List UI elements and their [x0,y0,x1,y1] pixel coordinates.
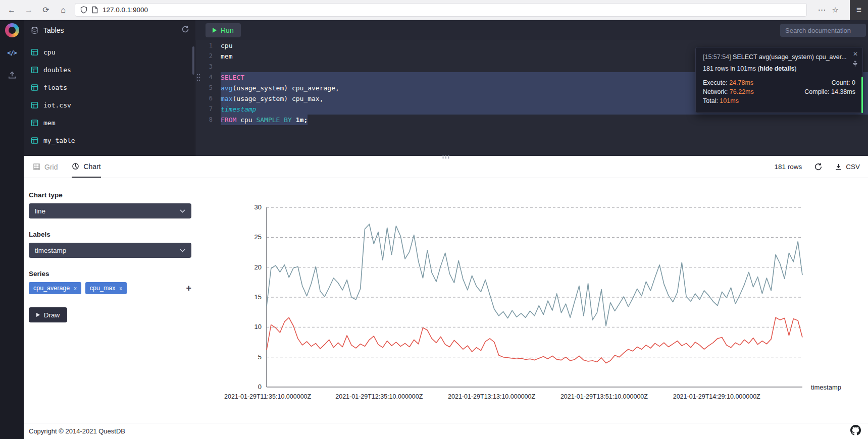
footer: Copyright © 2014-2021 QuestDB [24,423,868,439]
series-chip-cpu_max[interactable]: cpu_maxx [85,282,127,294]
svg-text:2021-01-29T13:51:10.000000Z: 2021-01-29T13:51:10.000000Z [560,393,648,400]
results-refresh-button[interactable] [814,162,823,171]
labels-select[interactable]: timestamp [29,243,191,258]
series-label: Series [29,270,195,278]
csv-label: CSV [846,163,860,171]
table-item-cpu[interactable]: cpu [24,43,195,61]
svg-text:2021-01-29T12:35:10.000000Z: 2021-01-29T12:35:10.000000Z [335,393,423,400]
svg-text:20: 20 [254,263,262,271]
address-bar[interactable]: 127.0.0.1:9000 [75,3,807,17]
chrome-actions: ⋯ ☆ [813,5,844,15]
table-item-mem[interactable]: mem [24,114,195,132]
table-name: iot.csv [43,101,71,109]
search-documentation-input[interactable] [780,24,866,37]
tables-panel-header: Tables [24,20,195,40]
table-name: cpu [43,48,55,56]
tables-refresh-button[interactable] [181,25,189,35]
execute-value: 24.78ms [729,79,753,86]
execute-label: Execute: [703,79,729,86]
row-count: 181 rows [774,163,802,171]
questdb-logo[interactable] [5,23,19,37]
run-button[interactable]: Run [206,23,241,37]
labels-label: Labels [29,231,195,238]
refresh-icon [814,162,823,171]
tab-grid[interactable]: Grid [33,156,58,178]
table-item-my_table[interactable]: my_table [24,132,195,149]
download-icon [835,163,842,171]
forward-button[interactable]: → [23,6,34,15]
side-rail: </> [0,20,24,439]
browser-menu-button[interactable]: ≡ [850,0,868,20]
total-value: 101ms [720,97,739,104]
line-number: 6 [195,93,213,104]
table-icon [31,48,38,56]
hide-details-link[interactable]: hide details [760,65,795,72]
sql-editor-nav-icon[interactable]: </> [7,49,17,57]
tables-scrollbar[interactable] [192,46,194,75]
page-actions-icon[interactable]: ⋯ [818,5,826,15]
table-name: floats [43,84,67,91]
tab-chart-label: Chart [83,162,100,171]
play-icon [36,313,40,317]
home-button[interactable]: ⌂ [58,6,69,15]
draw-button[interactable]: Draw [29,307,67,322]
close-icon[interactable]: ✕ [853,50,858,58]
notification-time: [15:57:54] [703,53,731,61]
draw-button-label: Draw [44,311,60,319]
questdb-console: </> Tables Run [0,20,868,439]
pin-icon[interactable] [852,61,858,69]
svg-text:0: 0 [258,383,262,391]
table-item-doubles[interactable]: doubles [24,61,195,79]
back-button[interactable]: ← [6,6,17,15]
database-icon [31,26,38,34]
chart-config-panel: Chart type line Labels timestamp Series … [24,178,195,423]
line-number: 7 [195,104,213,115]
series-chip-cpu_average[interactable]: cpu_averagex [29,282,81,294]
table-item-floats[interactable]: floats [24,79,195,96]
notification-query: [15:57:54] SELECT avg(usage_system) cpu_… [703,53,855,61]
reload-button[interactable]: ⟳ [40,5,52,15]
svg-text:5: 5 [258,353,262,361]
chart-type-select[interactable]: line [29,203,191,218]
table-name: my_table [43,137,75,144]
svg-text:2021-01-29T13:13:10.000000Z: 2021-01-29T13:13:10.000000Z [448,393,535,400]
grid-icon [33,163,40,171]
tables-panel-title: Tables [43,26,64,34]
svg-text:15: 15 [254,293,262,301]
copyright-text: Copyright © 2014-2021 QuestDB [29,427,125,435]
compile-value: Compile: 14.38ms [804,87,855,96]
stats-right: Count: 0 Compile: 14.38ms [804,78,855,105]
series-chip-label: cpu_average [33,285,70,292]
notification-summary: 181 rows in 101ms (hide details) [703,65,855,72]
refresh-icon [181,25,189,33]
table-name: doubles [43,66,71,74]
chip-close-icon[interactable]: x [120,285,123,291]
bookmark-star-icon[interactable]: ☆ [832,6,839,15]
count-value: Count: 0 [804,78,855,87]
svg-text:10: 10 [254,323,262,331]
tab-chart[interactable]: Chart [72,156,100,178]
results-panel: Grid Chart 181 rows CSV [24,156,868,423]
hamburger-icon: ≡ [856,5,861,15]
series-field: cpu_averagexcpu_maxx + [29,282,191,294]
rows-summary: 181 rows in 101ms ( [703,65,760,72]
chip-close-icon[interactable]: x [74,285,77,291]
table-icon [31,137,38,144]
page-icon [92,6,98,14]
panel-splitter-handle[interactable] [196,74,200,83]
github-link[interactable] [850,425,861,437]
csv-download-button[interactable]: CSV [835,163,860,171]
table-item-iot.csv[interactable]: iot.csv [24,96,195,114]
network-value: 76.22ms [730,88,754,95]
code-text: FROM cpu SAMPLE BY 1m; [221,115,868,125]
labels-value: timestamp [35,247,66,254]
editor-line-8[interactable]: 8FROM cpu SAMPLE BY 1m; [195,115,868,125]
line-number: 1 [195,40,213,51]
url-text: 127.0.0.1:9000 [103,6,148,14]
table-name: mem [43,119,55,127]
add-series-button[interactable]: + [186,283,191,294]
results-splitter-handle[interactable] [442,152,450,161]
editor-toolbar: Run [195,20,868,40]
import-nav-icon[interactable] [8,71,17,82]
browser-chrome: ← → ⟳ ⌂ 127.0.0.1:9000 ⋯ ☆ ≡ [0,0,868,20]
